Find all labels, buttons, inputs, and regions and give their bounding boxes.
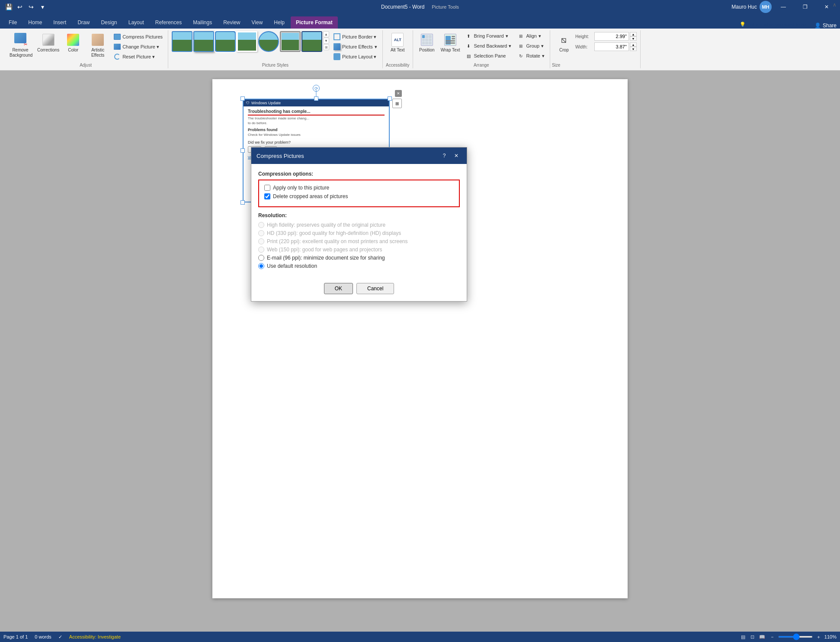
picture-layout-button[interactable]: Picture Layout ▾	[332, 52, 379, 61]
tab-file[interactable]: File	[3, 16, 22, 29]
tab-design[interactable]: Design	[96, 16, 122, 29]
tab-layout[interactable]: Layout	[123, 16, 149, 29]
radio-high-input[interactable]	[258, 222, 264, 228]
tab-home[interactable]: Home	[23, 16, 47, 29]
height-down-button[interactable]: ▼	[630, 36, 637, 41]
group-button[interactable]: ⊞ Group ▾	[516, 41, 546, 51]
width-down-button[interactable]: ▼	[630, 47, 637, 51]
ribbon-content: ✂ Remove Background Corrections Color	[0, 29, 840, 71]
cancel-button[interactable]: Cancel	[356, 283, 394, 294]
print-layout-button[interactable]: ▤	[739, 632, 747, 641]
height-input[interactable]	[594, 32, 629, 41]
view-buttons: ▤ ⊡ 📖	[739, 632, 766, 641]
color-button[interactable]: Color	[63, 31, 83, 55]
delete-cropped-checkbox[interactable]	[264, 193, 270, 199]
gallery-scroll-more[interactable]: ⊞	[323, 44, 329, 50]
read-mode-button[interactable]: 📖	[758, 632, 766, 641]
style-thumb-4[interactable]	[237, 31, 257, 52]
remove-background-button[interactable]: ✂ Remove Background	[7, 31, 34, 60]
handle-top-left[interactable]	[240, 96, 245, 101]
dialog-help-button[interactable]: ?	[439, 151, 449, 160]
height-spinner[interactable]: ▲ ▼	[594, 32, 637, 41]
layout-options-button[interactable]: ⊞	[392, 99, 402, 108]
align-button[interactable]: ⊞ Align ▾	[516, 31, 546, 41]
redo-button[interactable]: ↪	[26, 2, 36, 12]
style-thumb-2[interactable]	[193, 31, 214, 52]
tab-insert[interactable]: Insert	[48, 16, 71, 29]
accessibility-content: ALT Alt Text	[387, 31, 408, 67]
tab-mailings[interactable]: Mailings	[188, 16, 217, 29]
share-button[interactable]: 👤 Share	[814, 22, 837, 29]
minimize-button[interactable]: —	[773, 0, 793, 14]
height-up-button[interactable]: ▲	[630, 32, 637, 36]
more-qa-button[interactable]: ▾	[37, 2, 48, 12]
width-input[interactable]	[594, 42, 629, 51]
gallery-scroll-up[interactable]: ▲	[323, 31, 329, 37]
style-thumb-1[interactable]	[172, 31, 192, 52]
compress-pictures-icon	[114, 33, 121, 40]
handle-bottom-left[interactable]	[240, 200, 245, 205]
collapse-ribbon-button[interactable]: ∧	[833, 2, 837, 8]
handle-middle-left[interactable]	[240, 148, 245, 153]
send-backward-button[interactable]: ⬇ Send Backward ▾	[463, 41, 513, 51]
wrap-text-button[interactable]: Wrap Text	[438, 31, 463, 55]
bring-forward-button[interactable]: ⬆ Bring Forward ▾	[463, 31, 513, 41]
handle-top-center[interactable]	[314, 96, 318, 101]
tab-draw[interactable]: Draw	[72, 16, 95, 29]
tell-me-button[interactable]: 💡 Tell me what you want to do	[736, 20, 810, 29]
style-thumb-6[interactable]	[280, 31, 301, 52]
radio-hd-input[interactable]	[258, 230, 264, 236]
corrections-icon	[42, 33, 55, 47]
style-thumb-5[interactable]	[258, 31, 279, 52]
width-up-button[interactable]: ▲	[630, 42, 637, 47]
style-thumb-7[interactable]	[301, 31, 322, 52]
restore-button[interactable]: ❐	[795, 0, 815, 14]
picture-effects-button[interactable]: Picture Effects ▾	[332, 42, 379, 51]
width-spinner[interactable]: ▲ ▼	[594, 42, 637, 51]
alt-text-button[interactable]: ALT Alt Text	[387, 31, 408, 55]
change-picture-button[interactable]: Change Picture ▾	[112, 42, 164, 51]
tab-references[interactable]: References	[150, 16, 187, 29]
alt-text-label: Alt Text	[391, 48, 405, 53]
web-layout-button[interactable]: ⊡	[748, 632, 757, 641]
tab-view[interactable]: View	[247, 16, 268, 29]
dialog-close-button[interactable]: ✕	[451, 151, 462, 160]
radio-default: Use default resolution	[258, 263, 460, 269]
save-button[interactable]: 💾	[3, 2, 14, 12]
arrange-group-label: Arrange	[413, 63, 550, 67]
tab-picture-format[interactable]: Picture Format	[291, 16, 338, 29]
tab-help[interactable]: Help	[269, 16, 290, 29]
tab-review[interactable]: Review	[218, 16, 245, 29]
radio-print-label: Print (220 ppi): excellent quality on mo…	[267, 238, 408, 244]
picture-border-button[interactable]: Picture Border ▾	[332, 32, 379, 42]
position-button[interactable]: Position	[417, 31, 437, 55]
style-thumb-3[interactable]	[215, 31, 236, 52]
rotate-button[interactable]: ↻ Rotate ▾	[516, 51, 546, 61]
accessibility-status[interactable]: Accessibility: Investigate	[69, 634, 121, 639]
zoom-slider[interactable]	[778, 636, 813, 638]
radio-print-input[interactable]	[258, 238, 264, 244]
user-avatar[interactable]: MH	[760, 1, 772, 13]
crop-button[interactable]: ⧅ Crop	[554, 31, 574, 55]
lightbulb-icon: 💡	[740, 22, 746, 27]
undo-button[interactable]: ↩	[15, 2, 25, 12]
apply-only-checkbox[interactable]	[264, 185, 270, 191]
ribbon-group-accessibility: ALT Alt Text Accessibility	[383, 30, 413, 68]
compress-pictures-button[interactable]: Compress Pictures	[112, 32, 164, 42]
radio-default-input[interactable]	[258, 263, 264, 269]
radio-email-input[interactable]	[258, 255, 264, 261]
gallery-scroll-down[interactable]: ▼	[323, 38, 329, 44]
selection-pane-button[interactable]: ▤ Selection Pane	[463, 51, 513, 61]
picture-close-button[interactable]: ✕	[395, 90, 402, 97]
radio-web-input[interactable]	[258, 247, 264, 253]
artistic-effects-button[interactable]: Artistic Effects	[84, 31, 111, 60]
corrections-button[interactable]: Corrections	[35, 31, 62, 55]
tab-title: Picture Tools	[432, 4, 459, 10]
zoom-out-button[interactable]: －	[770, 634, 775, 640]
handle-top-right[interactable]	[388, 96, 392, 101]
ok-button[interactable]: OK	[324, 283, 353, 294]
change-picture-icon	[114, 43, 121, 50]
zoom-level[interactable]: 110%	[824, 634, 837, 639]
reset-picture-button[interactable]: Reset Picture ▾	[112, 52, 164, 61]
zoom-in-button[interactable]: ＋	[816, 634, 821, 640]
